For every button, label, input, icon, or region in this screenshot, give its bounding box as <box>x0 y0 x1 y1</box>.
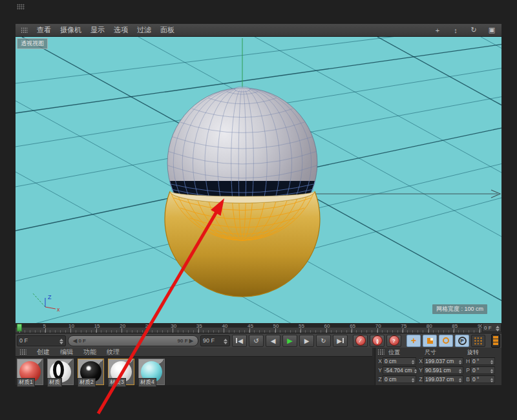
timeline-ruler[interactable]: 051015202530354045505560657075808590 0 F <box>16 323 501 333</box>
coordinates-header: 位置 尺寸 旋转 <box>377 348 500 356</box>
axis-label: X <box>377 358 383 364</box>
material-label: 材质2 <box>78 378 96 387</box>
stepper-icon[interactable] <box>224 337 227 344</box>
material-swatch-2[interactable]: 材质 <box>47 359 74 385</box>
ruler-tick-label: 75 <box>401 323 406 329</box>
ruler-frame-field[interactable]: 0 F <box>482 323 501 332</box>
material-menu-bar: 创建 编辑 功能 纹理 <box>16 348 372 357</box>
material-menu-function[interactable]: 功能 <box>83 348 96 357</box>
view-label[interactable]: 透视视图 <box>17 38 48 49</box>
material-swatch-1[interactable]: 材质1 <box>17 359 43 385</box>
coordinates-grid-icon[interactable] <box>377 349 385 355</box>
rotation-p-field[interactable]: 0 ° <box>470 366 495 374</box>
keyframe-rotation-toggle[interactable] <box>439 335 453 347</box>
3d-viewport[interactable]: Zx 透视视图 网格宽度 : 100 cm <box>16 37 501 323</box>
ruler-tick-label: 20 <box>120 323 125 329</box>
axis-label: X <box>418 358 423 364</box>
maximize-icon[interactable]: ▣ <box>487 26 496 34</box>
previous-frame-button[interactable]: ◀ <box>266 335 280 347</box>
position-title: 位置 <box>388 348 422 357</box>
scale-icon <box>427 338 433 344</box>
menu-item-filter[interactable]: 过滤 <box>137 25 151 35</box>
size-z-field[interactable]: 199.037 cm <box>423 375 463 383</box>
ruler-ticks: 051015202530354045505560657075808590 <box>16 323 481 333</box>
ruler-tick-label: 50 <box>273 323 279 329</box>
previous-key-button[interactable]: ↺ <box>249 335 264 347</box>
stepper-icon[interactable] <box>59 337 63 344</box>
material-manager: 创建 编辑 功能 纹理 材质1 材质 材质2 <box>16 348 372 385</box>
material-menu-texture[interactable]: 纹理 <box>107 348 120 357</box>
material-menu-grid-icon[interactable] <box>19 349 26 355</box>
keyframe-position-toggle[interactable]: + <box>406 335 421 347</box>
viewport-canvas[interactable]: Zx <box>16 37 501 323</box>
axis-label: B <box>465 376 470 383</box>
record-keyframe-button[interactable]: ∕ <box>353 335 368 347</box>
menu-item-options[interactable]: 选项 <box>114 25 128 35</box>
timeline-playhead[interactable] <box>17 324 22 331</box>
next-key-button[interactable]: ↻ <box>316 335 331 347</box>
play-button[interactable]: ▶ <box>282 335 297 347</box>
ruler-tick-label: 35 <box>196 323 202 329</box>
size-title: 尺寸 <box>425 348 465 357</box>
end-frame-field[interactable]: 90 F <box>200 335 230 346</box>
ruler-tick-label: 15 <box>94 323 100 329</box>
ruler-frame-value: 0 F <box>484 325 492 331</box>
material-menu-create[interactable]: 创建 <box>37 348 50 357</box>
menu-item-camera[interactable]: 摄像机 <box>60 25 81 35</box>
material-label: 材质4 <box>138 378 156 387</box>
menu-item-view[interactable]: 查看 <box>37 25 51 35</box>
dolly-icon[interactable]: ↕ <box>451 26 460 34</box>
rotation-b-field[interactable]: 0 ° <box>470 375 495 383</box>
menu-item-display[interactable]: 显示 <box>90 25 105 35</box>
rotation-title: 旋转 <box>467 348 493 357</box>
animation-toolbar: 0 F ◀ 0 F 90 F ▶ 90 F ◀ ↺ ◀ ▶ ▶ ↻ ▶ ∕ ()… <box>16 333 501 348</box>
position-z-field[interactable]: 0 cm <box>383 375 416 383</box>
grid-size-label: 网格宽度 : 100 cm <box>432 304 487 314</box>
size-x-field[interactable]: 199.037 cm <box>423 357 463 365</box>
menu-item-panel[interactable]: 面板 <box>160 25 174 35</box>
axis-label: H <box>465 358 470 364</box>
layer-stack-button[interactable] <box>491 334 500 348</box>
rotation-h-field[interactable]: 0 ° <box>470 357 495 365</box>
window-grid-icon <box>17 4 25 10</box>
autokey-icon: () <box>372 335 383 346</box>
material-swatch-4[interactable]: 材质3 <box>108 359 134 385</box>
ruler-tick-label: 10 <box>69 323 74 329</box>
keyframe-parameter-toggle[interactable]: P <box>455 335 469 347</box>
ruler-tick-label: 40 <box>222 323 227 329</box>
question-icon: ? <box>389 335 399 346</box>
material-label: 材质1 <box>17 378 35 387</box>
material-label: 材质 <box>47 378 62 387</box>
ruler-tick-label: 65 <box>350 323 355 329</box>
autokey-button[interactable]: () <box>370 335 385 347</box>
frame-range-slider[interactable]: ◀ 0 F 90 F ▶ <box>68 335 198 346</box>
point-level-animation-toggle[interactable] <box>471 335 485 347</box>
rotation-icon <box>443 337 449 344</box>
position-icon: + <box>411 336 416 345</box>
go-to-end-button[interactable]: ▶ <box>333 335 348 347</box>
material-swatch-5[interactable]: 材质4 <box>138 359 165 385</box>
current-frame-field[interactable]: 0 F <box>17 335 66 346</box>
size-y-field[interactable]: 90.591 cm <box>423 366 463 374</box>
current-frame-value: 0 F <box>19 337 28 344</box>
material-swatch-3[interactable]: 材质2 <box>78 359 104 385</box>
menu-grid-icon[interactable] <box>21 27 28 34</box>
range-start-label: ◀ 0 F <box>73 338 86 344</box>
axis-label: Z <box>377 376 383 383</box>
position-y-field[interactable]: -54.704 cm <box>383 366 416 374</box>
keyframe-scale-toggle[interactable] <box>423 335 437 347</box>
orbit-icon[interactable]: ↻ <box>469 26 478 34</box>
keyframe-help-button[interactable]: ? <box>386 335 401 347</box>
pan-icon[interactable]: + <box>433 26 442 34</box>
go-to-start-button[interactable]: ◀ <box>232 335 247 347</box>
ruler-tick-label: 25 <box>145 323 151 329</box>
parameter-icon: P <box>458 337 467 345</box>
axis-label: Y <box>377 367 383 373</box>
viewport-menu-bar: 查看 摄像机 显示 选项 过滤 面板 + ↕ ↻ ▣ <box>16 24 501 37</box>
next-frame-button[interactable]: ▶ <box>299 335 314 347</box>
svg-text:Z: Z <box>48 294 52 300</box>
position-x-field[interactable]: 0 cm <box>383 357 416 365</box>
material-menu-edit[interactable]: 编辑 <box>60 348 73 357</box>
range-end-label: 90 F ▶ <box>178 338 193 344</box>
stepper-icon[interactable] <box>496 324 500 331</box>
